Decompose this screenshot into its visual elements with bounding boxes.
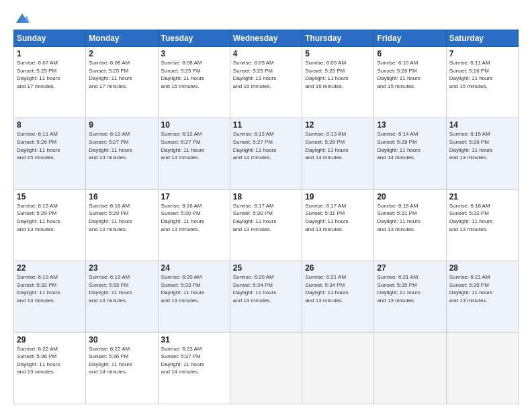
day-number: 23 xyxy=(89,263,154,273)
logo xyxy=(13,12,30,24)
calendar-cell xyxy=(374,332,446,404)
day-number: 27 xyxy=(377,263,443,273)
calendar-cell: 6Sunrise: 6:10 AM Sunset: 5:26 PM Daylig… xyxy=(374,47,446,118)
day-info: Sunrise: 6:22 AM Sunset: 5:36 PM Dayligh… xyxy=(17,345,83,376)
calendar-cell: 30Sunrise: 6:22 AM Sunset: 5:36 PM Dayli… xyxy=(86,332,158,404)
day-number: 24 xyxy=(161,263,227,273)
calendar-cell: 3Sunrise: 6:08 AM Sunset: 5:25 PM Daylig… xyxy=(158,47,230,118)
col-tuesday: Tuesday xyxy=(158,30,230,47)
calendar-cell: 19Sunrise: 6:17 AM Sunset: 5:31 PM Dayli… xyxy=(302,189,374,261)
calendar-cell xyxy=(302,332,374,404)
calendar-cell: 22Sunrise: 6:19 AM Sunset: 5:32 PM Dayli… xyxy=(14,261,86,332)
day-number: 16 xyxy=(89,192,154,201)
day-info: Sunrise: 6:15 AM Sunset: 5:29 PM Dayligh… xyxy=(17,202,83,233)
day-number: 31 xyxy=(161,335,227,345)
calendar-cell: 10Sunrise: 6:12 AM Sunset: 5:27 PM Dayli… xyxy=(158,118,230,189)
day-info: Sunrise: 6:20 AM Sunset: 5:33 PM Dayligh… xyxy=(161,273,227,304)
day-number: 26 xyxy=(305,263,371,273)
calendar-cell: 29Sunrise: 6:22 AM Sunset: 5:36 PM Dayli… xyxy=(14,332,86,404)
calendar-table: Sunday Monday Tuesday Wednesday Thursday… xyxy=(13,30,519,404)
calendar-cell: 12Sunrise: 6:13 AM Sunset: 5:28 PM Dayli… xyxy=(302,118,374,189)
calendar-cell: 26Sunrise: 6:21 AM Sunset: 5:34 PM Dayli… xyxy=(302,261,374,332)
day-number: 28 xyxy=(449,263,515,273)
day-number: 6 xyxy=(377,49,443,58)
day-number: 30 xyxy=(89,335,154,345)
col-wednesday: Wednesday xyxy=(230,30,302,47)
calendar-cell: 17Sunrise: 6:16 AM Sunset: 5:30 PM Dayli… xyxy=(158,189,230,261)
week-row-2: 15Sunrise: 6:15 AM Sunset: 5:29 PM Dayli… xyxy=(14,189,519,261)
day-info: Sunrise: 6:08 AM Sunset: 5:25 PM Dayligh… xyxy=(89,59,154,90)
day-number: 17 xyxy=(161,192,227,201)
col-friday: Friday xyxy=(374,30,446,47)
day-number: 5 xyxy=(305,49,371,58)
day-number: 20 xyxy=(377,192,443,201)
week-row-1: 8Sunrise: 6:11 AM Sunset: 5:26 PM Daylig… xyxy=(14,118,519,189)
day-number: 1 xyxy=(17,49,83,58)
day-number: 2 xyxy=(89,49,154,58)
day-info: Sunrise: 6:20 AM Sunset: 5:34 PM Dayligh… xyxy=(233,273,299,304)
day-info: Sunrise: 6:19 AM Sunset: 5:32 PM Dayligh… xyxy=(17,273,83,304)
day-number: 14 xyxy=(449,120,515,130)
day-number: 15 xyxy=(17,192,83,201)
week-row-4: 29Sunrise: 6:22 AM Sunset: 5:36 PM Dayli… xyxy=(14,332,519,404)
day-number: 21 xyxy=(449,192,515,201)
day-info: Sunrise: 6:10 AM Sunset: 5:26 PM Dayligh… xyxy=(377,59,443,90)
calendar-cell xyxy=(230,332,302,404)
calendar-cell: 25Sunrise: 6:20 AM Sunset: 5:34 PM Dayli… xyxy=(230,261,302,332)
calendar-cell: 24Sunrise: 6:20 AM Sunset: 5:33 PM Dayli… xyxy=(158,261,230,332)
day-info: Sunrise: 6:16 AM Sunset: 5:30 PM Dayligh… xyxy=(161,202,227,233)
day-info: Sunrise: 6:13 AM Sunset: 5:28 PM Dayligh… xyxy=(305,130,371,161)
day-info: Sunrise: 6:11 AM Sunset: 5:26 PM Dayligh… xyxy=(449,59,515,90)
day-info: Sunrise: 6:09 AM Sunset: 5:25 PM Dayligh… xyxy=(233,59,299,90)
day-info: Sunrise: 6:13 AM Sunset: 5:27 PM Dayligh… xyxy=(233,130,299,161)
day-info: Sunrise: 6:11 AM Sunset: 5:26 PM Dayligh… xyxy=(17,130,83,161)
day-number: 7 xyxy=(449,49,515,58)
day-info: Sunrise: 6:19 AM Sunset: 5:33 PM Dayligh… xyxy=(89,273,154,304)
page: Sunday Monday Tuesday Wednesday Thursday… xyxy=(0,0,532,411)
calendar-cell: 21Sunrise: 6:18 AM Sunset: 5:32 PM Dayli… xyxy=(446,189,518,261)
calendar-cell: 14Sunrise: 6:15 AM Sunset: 5:28 PM Dayli… xyxy=(446,118,518,189)
day-number: 19 xyxy=(305,192,371,201)
day-number: 3 xyxy=(161,49,227,58)
calendar-cell xyxy=(446,332,518,404)
day-number: 25 xyxy=(233,263,299,273)
header-row: Sunday Monday Tuesday Wednesday Thursday… xyxy=(14,30,519,47)
calendar-cell: 15Sunrise: 6:15 AM Sunset: 5:29 PM Dayli… xyxy=(14,189,86,261)
calendar-cell: 28Sunrise: 6:21 AM Sunset: 5:35 PM Dayli… xyxy=(446,261,518,332)
day-number: 10 xyxy=(161,120,227,130)
day-info: Sunrise: 6:08 AM Sunset: 5:25 PM Dayligh… xyxy=(161,59,227,90)
calendar-cell: 5Sunrise: 6:09 AM Sunset: 5:25 PM Daylig… xyxy=(302,47,374,118)
day-number: 8 xyxy=(17,120,83,130)
week-row-0: 1Sunrise: 6:07 AM Sunset: 5:25 PM Daylig… xyxy=(14,47,519,118)
day-info: Sunrise: 6:14 AM Sunset: 5:28 PM Dayligh… xyxy=(377,130,443,161)
day-number: 4 xyxy=(233,49,299,58)
calendar-cell: 7Sunrise: 6:11 AM Sunset: 5:26 PM Daylig… xyxy=(446,47,518,118)
day-info: Sunrise: 6:21 AM Sunset: 5:35 PM Dayligh… xyxy=(377,273,443,304)
day-info: Sunrise: 6:18 AM Sunset: 5:32 PM Dayligh… xyxy=(449,202,515,233)
day-info: Sunrise: 6:07 AM Sunset: 5:25 PM Dayligh… xyxy=(17,59,83,90)
col-monday: Monday xyxy=(86,30,158,47)
day-info: Sunrise: 6:12 AM Sunset: 5:27 PM Dayligh… xyxy=(89,130,154,161)
calendar-cell: 13Sunrise: 6:14 AM Sunset: 5:28 PM Dayli… xyxy=(374,118,446,189)
col-sunday: Sunday xyxy=(14,30,86,47)
header xyxy=(13,12,519,24)
calendar-cell: 27Sunrise: 6:21 AM Sunset: 5:35 PM Dayli… xyxy=(374,261,446,332)
day-number: 9 xyxy=(89,120,154,130)
day-info: Sunrise: 6:21 AM Sunset: 5:34 PM Dayligh… xyxy=(305,273,371,304)
day-number: 11 xyxy=(233,120,299,130)
day-number: 22 xyxy=(17,263,83,273)
day-info: Sunrise: 6:15 AM Sunset: 5:28 PM Dayligh… xyxy=(449,130,515,161)
day-info: Sunrise: 6:09 AM Sunset: 5:25 PM Dayligh… xyxy=(305,59,371,90)
calendar-cell: 1Sunrise: 6:07 AM Sunset: 5:25 PM Daylig… xyxy=(14,47,86,118)
calendar-cell: 16Sunrise: 6:16 AM Sunset: 5:29 PM Dayli… xyxy=(86,189,158,261)
calendar-cell: 23Sunrise: 6:19 AM Sunset: 5:33 PM Dayli… xyxy=(86,261,158,332)
week-row-3: 22Sunrise: 6:19 AM Sunset: 5:32 PM Dayli… xyxy=(14,261,519,332)
logo-icon xyxy=(15,12,30,24)
calendar-cell: 18Sunrise: 6:17 AM Sunset: 5:30 PM Dayli… xyxy=(230,189,302,261)
day-number: 12 xyxy=(305,120,371,130)
day-info: Sunrise: 6:16 AM Sunset: 5:29 PM Dayligh… xyxy=(89,202,154,233)
calendar-cell: 4Sunrise: 6:09 AM Sunset: 5:25 PM Daylig… xyxy=(230,47,302,118)
calendar-cell: 8Sunrise: 6:11 AM Sunset: 5:26 PM Daylig… xyxy=(14,118,86,189)
day-info: Sunrise: 6:17 AM Sunset: 5:30 PM Dayligh… xyxy=(233,202,299,233)
col-thursday: Thursday xyxy=(302,30,374,47)
